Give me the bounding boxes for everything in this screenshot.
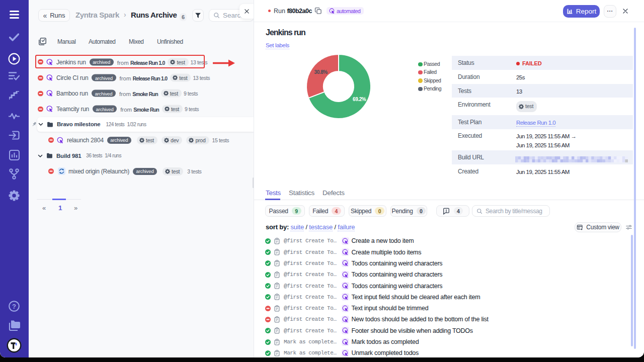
svg-text:69.2%: 69.2% <box>353 97 366 102</box>
svg-text:?: ? <box>12 303 16 310</box>
svg-text:30.8%: 30.8% <box>314 69 328 75</box>
